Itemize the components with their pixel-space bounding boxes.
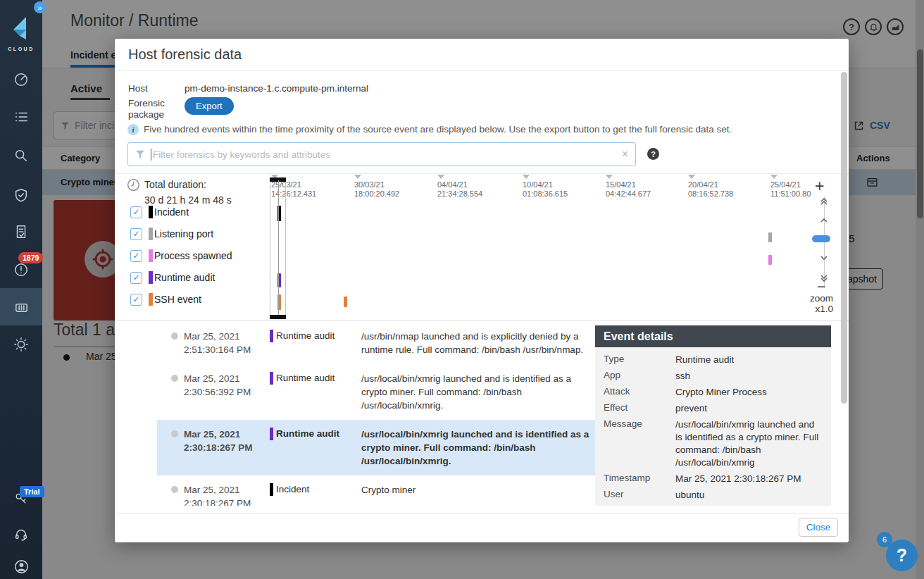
event-timestamp: Mar 25, 20212:30:18:267 PM [184,483,270,506]
forensics-filter-box[interactable]: × [127,142,636,166]
host-forensic-modal: Host forensic data Host pm-demo-instance… [115,39,849,542]
help-glyph: ? [651,150,656,158]
detail-value: ubuntu [675,489,823,502]
category-swatch [149,293,153,306]
scroll-double-up-button[interactable] [819,197,829,208]
host-label: Host [128,83,148,94]
close-button[interactable]: Close [799,518,838,537]
event-type: Incident [270,483,361,496]
zoom-slider-thumb[interactable] [812,235,830,242]
category-label: Listening port [154,228,213,239]
axis-tick [523,175,530,179]
detail-label: Message [604,418,675,469]
axis-tick [606,175,613,179]
gauge-icon [13,72,29,87]
category-swatch [149,271,153,284]
shield-check-icon [13,187,29,203]
forensic-package-label: Forensic package [128,98,172,120]
axis-label: 04/04/2121:34:28.554 [437,180,482,199]
event-details-body: TypeRuntime audit Appssh AttackCrypto Mi… [595,347,831,506]
category-label: SSH event [154,294,201,305]
sidebar-item-dashboard[interactable] [0,72,42,87]
category-toggle-process-spawned[interactable]: ✓ Process spawned [130,249,232,262]
axis-label: 10/04/2101:08:36.615 [523,180,568,199]
logo-glyph [9,15,33,41]
detail-label: User [604,489,675,502]
sidebar-item-support[interactable] [0,527,42,542]
event-row-selected[interactable]: Mar 25, 20212:30:18:267 PM Runtime audit… [157,420,597,475]
avatar-icon [13,559,30,575]
sidebar-item-alerts[interactable] [0,262,42,278]
axis-tick [688,175,695,179]
timeline-bottom-divider [115,320,849,321]
axis-tick [354,175,361,179]
question-icon: ? [897,545,907,566]
help-fab-button[interactable]: ? [886,540,918,571]
detail-label: Effect [604,402,675,415]
event-row[interactable]: Mar 25, 20212:30:18:267 PM Incident Cryp… [157,475,597,506]
axis-label: 30/03/2118:00:20.492 [354,180,399,199]
timeline-mark-process-spawned [768,255,772,265]
sidebar-item-compliance[interactable] [0,187,42,203]
scroll-up-button[interactable] [819,216,829,226]
app-logo[interactable]: CLOUD [0,15,42,51]
category-label: Process spawned [154,250,232,261]
event-dot-icon [171,430,178,437]
sidebar-item-settings[interactable] [0,337,42,352]
trial-badge: Trial [20,486,44,497]
event-type: Runtime audit [270,428,361,440]
category-swatch [149,249,153,262]
detail-label: Type [604,354,675,366]
timeline-mark-ssh-event [344,297,347,307]
event-row[interactable]: Mar 25, 20212:30:56:392 PM Runtime audit… [157,364,597,420]
detail-value: /usr/local/bin/xmrig launched and is ide… [675,418,823,469]
modal-title: Host forensic data [128,46,242,63]
app-sidebar: CLOUD » 1879 Trial [0,0,42,579]
checkbox-checked[interactable]: ✓ [130,294,142,306]
event-row[interactable]: Mar 25, 20212:51:30:164 PM Runtime audit… [157,322,597,364]
clear-icon[interactable]: × [622,148,628,161]
category-label: Incident [154,206,189,218]
total-duration-label: Total duration: [144,179,206,190]
event-dot-icon [171,486,178,493]
filter-help-icon[interactable]: ? [647,148,659,160]
zoom-in-button[interactable]: + [815,177,824,196]
category-toggle-runtime-audit[interactable]: ✓ Runtime audit [130,271,215,284]
detail-label: Attack [604,386,675,399]
sidebar-expand-button[interactable]: » [34,1,46,13]
modal-scrollbar-thumb[interactable] [841,72,847,404]
host-value: pm-demo-instance-1.c.compute-pm.internal [185,83,368,94]
axis-label: 15/04/2104:42:44.677 [606,180,651,199]
zoom-value: x1.0 [801,304,833,314]
category-label: Runtime audit [154,272,215,283]
axis-label: 20/04/2108:16:52.738 [688,180,733,199]
event-timestamp: Mar 25, 20212:51:30:164 PM [184,330,270,356]
type-color-bar [270,372,273,385]
export-button[interactable]: Export [185,97,234,115]
modal-footer-divider [115,513,849,513]
event-dot-icon [171,375,178,382]
sidebar-item-containers[interactable] [0,299,42,316]
sidebar-item-profile[interactable] [0,559,42,575]
modal-header-divider [115,70,849,70]
checkbox-checked[interactable]: ✓ [130,206,142,218]
checkbox-checked[interactable]: ✓ [130,228,142,240]
headset-icon [13,527,29,542]
category-toggle-incident[interactable]: ✓ Incident [130,206,189,218]
alerts-count-badge: 1879 [18,252,43,263]
detail-value: prevent [675,402,823,415]
event-timestamp: Mar 25, 20212:30:18:267 PM [184,428,270,454]
checkbox-checked[interactable]: ✓ [130,272,142,284]
sidebar-item-policy[interactable] [0,109,42,125]
brush-handle-bottom[interactable] [270,315,286,319]
scroll-down-button[interactable] [819,254,829,264]
timeline-brush[interactable] [270,178,286,319]
category-toggle-ssh-event[interactable]: ✓ SSH event [130,293,201,306]
forensics-filter-input[interactable] [151,149,616,161]
sidebar-item-search[interactable] [0,148,42,163]
category-toggle-listening-port[interactable]: ✓ Listening port [130,228,213,240]
info-icon: i [127,124,139,135]
sidebar-item-audits[interactable] [0,224,42,239]
detail-label: App [604,370,675,382]
checkbox-checked[interactable]: ✓ [130,250,142,262]
